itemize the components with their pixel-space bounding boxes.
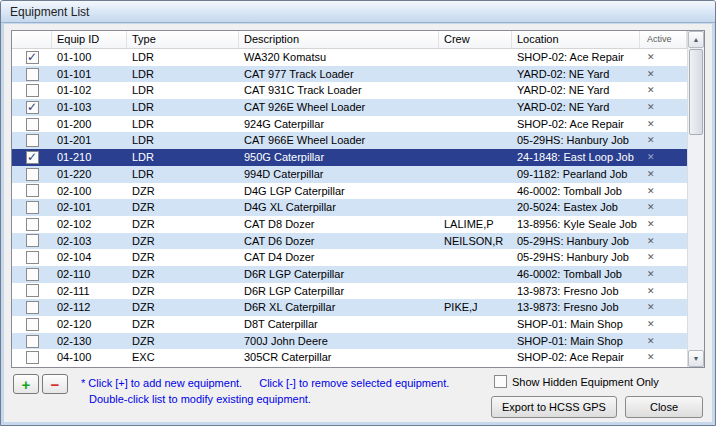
equipment-row[interactable]: 01-200 LDR 924G Caterpillar SHOP-02: Ace… (12, 116, 687, 133)
show-hidden-checkbox[interactable] (494, 375, 507, 388)
row-checkbox-cell (12, 116, 52, 133)
row-checkbox[interactable] (26, 118, 39, 131)
show-hidden-group: Show Hidden Equipment Only (494, 375, 659, 388)
row-checkbox[interactable] (26, 301, 39, 314)
cell-type: DZR (127, 216, 239, 233)
vertical-scrollbar[interactable]: ▲ ▼ (687, 31, 704, 367)
cell-location: 13-9873: Fresno Job (512, 299, 640, 316)
row-checkbox[interactable] (26, 201, 39, 214)
active-mark: ✕ (640, 283, 687, 300)
equipment-row[interactable]: 01-220 LDR 994D Caterpillar 09-1182: Pea… (12, 166, 687, 183)
header-type[interactable]: Type (127, 31, 239, 48)
cell-equip-id: 01-200 (52, 116, 127, 133)
cell-crew (439, 66, 512, 83)
equipment-list-window: Equipment List Equip ID Type Description… (0, 0, 716, 426)
row-checkbox[interactable] (26, 218, 39, 231)
export-hcss-gps-button[interactable]: Export to HCSS GPS (491, 396, 617, 418)
header-select-column (12, 31, 52, 48)
hint-line-1: * Click [+] to add new equipment. Click … (81, 377, 449, 389)
scrollbar-thumb[interactable] (689, 49, 703, 135)
equipment-row[interactable]: ✓ 01-103 LDR CAT 926E Wheel Loader YARD-… (12, 99, 687, 116)
add-equipment-button[interactable]: + (13, 374, 39, 394)
cell-description: CAT 931C Track Loader (239, 82, 439, 99)
active-mark: ✕ (640, 99, 687, 116)
cell-equip-id: 02-100 (52, 183, 127, 200)
row-checkbox[interactable] (26, 134, 39, 147)
row-checkbox[interactable] (26, 284, 39, 297)
cell-equip-id: 01-210 (52, 149, 127, 166)
equipment-row[interactable]: 01-201 LDR CAT 966E Wheel Loader 05-29HS… (12, 132, 687, 149)
cell-equip-id: 02-103 (52, 233, 127, 250)
cell-type: DZR (127, 266, 239, 283)
cell-description: D4G LGP Caterpillar (239, 183, 439, 200)
cell-type: EXC (127, 349, 239, 366)
equipment-row[interactable]: 02-111 DZR D6R LGP Caterpillar 13-9873: … (12, 283, 687, 300)
row-checkbox[interactable]: ✓ (26, 151, 39, 164)
header-active[interactable]: Active (640, 31, 687, 48)
cell-crew (439, 199, 512, 216)
cell-crew: NEILSON,R (439, 233, 512, 250)
header-location[interactable]: Location (512, 31, 640, 48)
equipment-row[interactable]: 02-102 DZR CAT D8 Dozer LALIME,P 13-8956… (12, 216, 687, 233)
cell-crew (439, 349, 512, 366)
cell-location: YARD-02: NE Yard (512, 82, 640, 99)
scroll-up-icon[interactable]: ▲ (688, 31, 704, 48)
show-hidden-label[interactable]: Show Hidden Equipment Only (512, 376, 659, 388)
cell-equip-id: 01-201 (52, 132, 127, 149)
hint-remove-text: Click [-] to remove selected equipment. (259, 377, 449, 389)
equipment-row[interactable]: 01-102 LDR CAT 931C Track Loader YARD-02… (12, 82, 687, 99)
row-checkbox-cell: ✓ (12, 149, 52, 166)
remove-equipment-button[interactable]: − (42, 374, 68, 394)
cell-location: SHOP-02: Ace Repair (512, 49, 640, 66)
cell-type: LDR (127, 166, 239, 183)
cell-equip-id: 01-220 (52, 166, 127, 183)
row-checkbox[interactable]: ✓ (26, 51, 39, 64)
row-checkbox-cell (12, 299, 52, 316)
active-mark: ✕ (640, 49, 687, 66)
row-checkbox-cell (12, 349, 52, 366)
equipment-row[interactable]: 02-100 DZR D4G LGP Caterpillar 46-0002: … (12, 183, 687, 200)
equipment-row[interactable]: 02-120 DZR D8T Caterpillar SHOP-01: Main… (12, 316, 687, 333)
row-checkbox[interactable] (26, 84, 39, 97)
equipment-row[interactable]: ✓ 01-100 LDR WA320 Komatsu SHOP-02: Ace … (12, 49, 687, 66)
scroll-down-icon[interactable]: ▼ (688, 350, 704, 367)
active-mark: ✕ (640, 299, 687, 316)
cell-type: LDR (127, 132, 239, 149)
row-checkbox[interactable] (26, 268, 39, 281)
header-crew[interactable]: Crew (439, 31, 512, 48)
cell-equip-id: 04-100 (52, 349, 127, 366)
header-description[interactable]: Description (239, 31, 439, 48)
cell-type: DZR (127, 199, 239, 216)
cell-equip-id: 01-100 (52, 49, 127, 66)
cell-type: DZR (127, 249, 239, 266)
active-mark: ✕ (640, 316, 687, 333)
header-equip-id[interactable]: Equip ID (52, 31, 127, 48)
row-checkbox[interactable] (26, 168, 39, 181)
equipment-row[interactable]: 02-112 DZR D6R XL Caterpillar PIKE,J 13-… (12, 299, 687, 316)
equipment-row[interactable]: 02-101 DZR D4G XL Caterpillar 20-5024: E… (12, 199, 687, 216)
cell-location: 09-1182: Pearland Job (512, 166, 640, 183)
equipment-row[interactable]: 02-110 DZR D6R LGP Caterpillar 46-0002: … (12, 266, 687, 283)
row-checkbox[interactable] (26, 234, 39, 247)
equipment-row[interactable]: 02-104 DZR CAT D4 Dozer 05-29HS: Hanbury… (12, 249, 687, 266)
row-checkbox[interactable] (26, 184, 39, 197)
active-mark: ✕ (640, 233, 687, 250)
row-checkbox[interactable] (26, 351, 39, 364)
cell-description: WA320 Komatsu (239, 49, 439, 66)
equipment-row[interactable]: 02-130 DZR 700J John Deere SHOP-01: Main… (12, 333, 687, 350)
row-checkbox[interactable] (26, 251, 39, 264)
row-checkbox-cell (12, 82, 52, 99)
row-checkbox[interactable] (26, 318, 39, 331)
equipment-row[interactable]: 01-101 LDR CAT 977 Track Loader YARD-02:… (12, 66, 687, 83)
row-checkbox[interactable]: ✓ (26, 101, 39, 114)
titlebar[interactable]: Equipment List (1, 1, 715, 23)
equipment-row[interactable]: 04-100 EXC 305CR Caterpillar SHOP-02: Ac… (12, 349, 687, 366)
equipment-row[interactable]: 02-103 DZR CAT D6 Dozer NEILSON,R 05-29H… (12, 233, 687, 250)
row-checkbox-cell (12, 266, 52, 283)
close-button[interactable]: Close (625, 396, 703, 418)
cell-description: 305CR Caterpillar (239, 349, 439, 366)
cell-description: D8T Caterpillar (239, 316, 439, 333)
row-checkbox[interactable] (26, 68, 39, 81)
equipment-row[interactable]: ✓ 01-210 LDR 950G Caterpillar 24-1848: E… (12, 149, 687, 166)
row-checkbox[interactable] (26, 335, 39, 348)
